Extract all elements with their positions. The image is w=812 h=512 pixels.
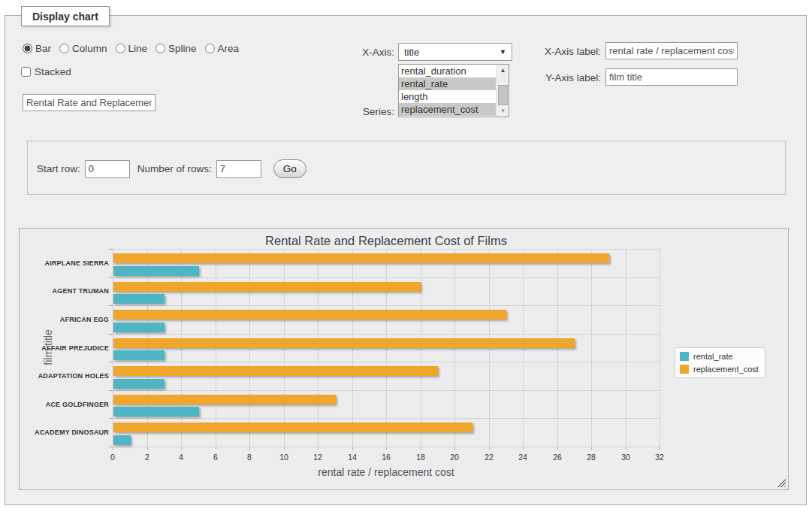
scroll-down-icon[interactable]: ▼ [497, 105, 509, 117]
scrollbar-thumb[interactable] [498, 85, 508, 105]
legend-label: rental_rate [693, 352, 733, 361]
stacked-row: Stacked [21, 66, 71, 77]
chart-type-option-spline: Spline [155, 43, 197, 54]
bar-rental_rate[interactable] [113, 266, 199, 276]
chart-type-radio-line[interactable] [116, 44, 125, 53]
chart-plot-area: 02468101214161820222426283032AIRPLANE SI… [113, 249, 660, 447]
x-axis-label-field-label: X-Axis label: [526, 46, 601, 57]
x-tick-label: 6 [213, 453, 218, 462]
gridline [660, 249, 660, 447]
bar-rental_rate[interactable] [113, 350, 165, 360]
legend-item-rental_rate[interactable]: rental_rate [680, 352, 759, 361]
stacked-label: Stacked [35, 66, 71, 77]
x-tick-label: 0 [110, 453, 115, 462]
bar-replacement_cost[interactable] [113, 310, 506, 320]
chart-type-option-bar: Bar [23, 43, 51, 54]
row-controls-box: Start row: Number of rows: Go [27, 141, 786, 195]
category-label: ACADEMY DINOSAUR [21, 429, 109, 436]
series-select-label: Series: [331, 106, 394, 117]
x-tick-label: 32 [655, 453, 664, 462]
series-option-rental_rate[interactable]: rental_rate [399, 77, 509, 90]
x-tick-label: 16 [382, 453, 391, 462]
gridline [113, 277, 660, 278]
x-tick-label: 28 [587, 453, 596, 462]
y-tick-mark [109, 418, 113, 419]
chart-type-label: Area [218, 43, 240, 54]
category-label: AFFAIR PREJUDICE [21, 344, 109, 352]
chart-type-radio-spline[interactable] [155, 44, 165, 53]
chart-title-input[interactable] [23, 94, 155, 111]
series-option-rental_duration[interactable]: rental_duration [399, 65, 509, 77]
bar-rental_rate[interactable] [113, 435, 131, 445]
bar-replacement_cost[interactable] [113, 395, 336, 404]
x-tick-mark [660, 447, 660, 450]
y-tick-mark [109, 249, 113, 250]
x-axis-select[interactable]: title ▼ [398, 43, 512, 61]
start-row-input[interactable] [85, 160, 130, 178]
go-button[interactable]: Go [273, 159, 306, 178]
gridline [591, 249, 592, 447]
chart-title: Rental Rate and Replacement Cost of Film… [113, 234, 660, 248]
bar-rental_rate[interactable] [113, 294, 165, 304]
chevron-down-icon: ▼ [500, 48, 506, 56]
series-option-length[interactable]: length [399, 90, 509, 103]
x-tick-label: 18 [416, 453, 425, 462]
x-tick-label: 14 [348, 453, 357, 462]
chart-type-radio-area[interactable] [205, 44, 215, 53]
legend-label: replacement_cost [693, 365, 759, 374]
num-rows-label: Number of rows: [137, 163, 212, 174]
resize-handle-icon[interactable] [777, 478, 786, 487]
x-tick-label: 8 [247, 453, 252, 462]
bar-replacement_cost[interactable] [113, 423, 472, 432]
gridline [113, 362, 660, 362]
category-label: AGENT TRUMAN [21, 287, 109, 295]
row-controls: Start row: Number of rows: Go [37, 159, 306, 178]
x-axis-title: rental rate / replacement cost [113, 466, 660, 478]
y-axis-label-field-label: Y-Axis label: [526, 72, 601, 83]
x-axis-label-input[interactable] [605, 42, 738, 59]
y-tick-mark [109, 305, 113, 306]
gridline [113, 447, 660, 447]
x-tick-label: 2 [145, 453, 149, 462]
scroll-up-icon[interactable]: ▲ [497, 65, 509, 76]
gridline [113, 390, 660, 391]
legend-item-replacement_cost[interactable]: replacement_cost [680, 365, 759, 374]
y-tick-mark [109, 447, 113, 447]
bar-rental_rate[interactable] [113, 323, 165, 332]
series-options: rental_durationrental_ratelengthreplacem… [399, 65, 509, 116]
stacked-checkbox[interactable] [21, 67, 31, 77]
series-scrollbar[interactable]: ▲ ▼ [496, 65, 509, 117]
bar-replacement_cost[interactable] [113, 253, 609, 263]
x-tick-label: 4 [179, 453, 183, 462]
chart-type-label: Line [128, 43, 148, 54]
x-axis-select-value: title [404, 47, 419, 58]
chart-type-radio-column[interactable] [59, 44, 69, 53]
y-axis-label-input[interactable] [605, 68, 738, 86]
x-axis-select-label: X-Axis: [331, 47, 394, 58]
bar-rental_rate[interactable] [113, 379, 165, 389]
series-multiselect[interactable]: rental_durationrental_ratelengthreplacem… [398, 64, 509, 117]
bar-replacement_cost[interactable] [113, 338, 575, 348]
category-label: ACE GOLDFINGER [21, 401, 109, 408]
category-label: AIRPLANE SIERRA [21, 259, 109, 267]
num-rows-input[interactable] [216, 160, 261, 178]
x-tick-label: 24 [518, 453, 527, 462]
chart-legend: rental_ratereplacement_cost [675, 347, 765, 378]
chart-type-option-column: Column [59, 43, 107, 54]
gridline [113, 249, 660, 250]
chart-type-label: Column [72, 43, 107, 54]
x-tick-label: 26 [553, 453, 562, 462]
y-tick-mark [109, 390, 113, 391]
legend-swatch-icon [680, 352, 689, 361]
category-label: AFRICAN EGG [21, 316, 109, 323]
y-axis-title: film title [42, 302, 54, 392]
bar-rental_rate[interactable] [113, 407, 199, 417]
chart-type-label: Spline [168, 43, 197, 54]
bar-replacement_cost[interactable] [113, 366, 438, 376]
series-option-replacement_cost[interactable]: replacement_cost [399, 103, 509, 116]
category-label: ADAPTATION HOLES [21, 372, 109, 380]
chart-type-radio-group: BarColumnLineSplineArea [23, 43, 239, 54]
bar-replacement_cost[interactable] [113, 282, 421, 292]
x-tick-label: 30 [621, 453, 630, 462]
chart-type-radio-bar[interactable] [23, 44, 32, 53]
